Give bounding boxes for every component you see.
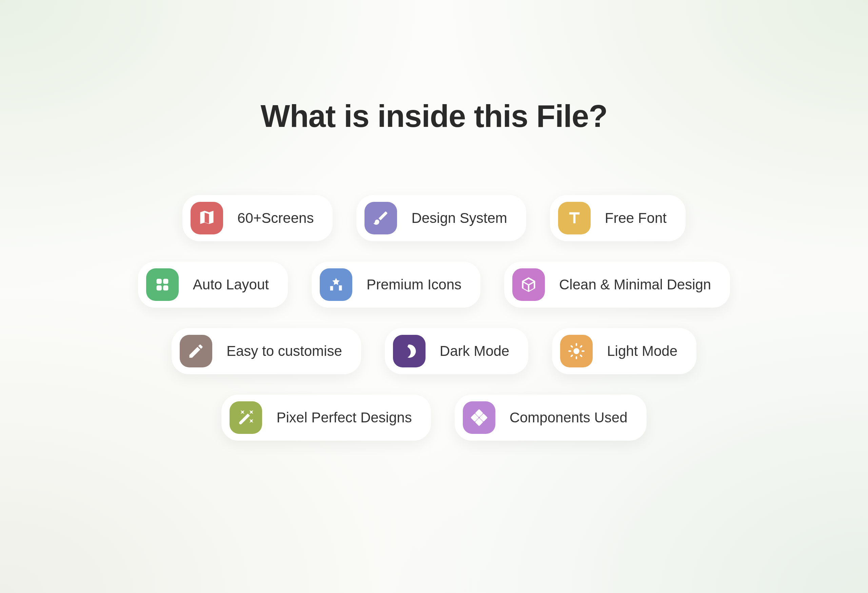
svg-rect-1 (163, 279, 168, 284)
feature-components: Components Used (455, 395, 647, 441)
feature-free-font: Free Font (550, 195, 686, 241)
grid-icon (146, 268, 179, 301)
feature-easy-customise: Easy to customise (171, 328, 361, 374)
cube-icon (512, 268, 545, 301)
feature-premium-icons: Premium Icons (311, 262, 480, 308)
edit-icon (180, 335, 212, 367)
text-icon (558, 202, 590, 234)
feature-light-mode: Light Mode (552, 328, 697, 374)
page-title: What is inside this File? (261, 98, 608, 134)
brush-icon (365, 202, 397, 234)
svg-point-4 (574, 348, 579, 354)
moon-icon (393, 335, 425, 367)
feature-row-1: 60+Screens Design System Free Font (182, 195, 686, 241)
feature-label: Clean & Minimal Design (559, 277, 711, 293)
feature-label: Pixel Perfect Designs (276, 410, 412, 426)
feature-row-4: Pixel Perfect Designs Components Used (221, 395, 646, 441)
feature-pixel-perfect: Pixel Perfect Designs (221, 395, 431, 441)
svg-rect-0 (156, 279, 161, 284)
feature-label: Easy to customise (226, 343, 342, 359)
feature-label: Light Mode (607, 343, 678, 359)
map-icon (190, 202, 223, 234)
feature-label: Design System (411, 210, 507, 226)
feature-label: 60+Screens (237, 210, 314, 226)
feature-clean-design: Clean & Minimal Design (504, 262, 730, 308)
feature-auto-layout: Auto Layout (138, 262, 288, 308)
feature-screens: 60+Screens (182, 195, 333, 241)
feature-dark-mode: Dark Mode (385, 328, 528, 374)
svg-line-12 (580, 346, 582, 347)
feature-row-3: Easy to customise Dark Mode Light Mode (171, 328, 697, 374)
svg-rect-3 (163, 285, 168, 290)
diamond-icon (463, 401, 495, 434)
feature-label: Dark Mode (440, 343, 509, 359)
features-container: 60+Screens Design System Free Font Auto … (138, 195, 730, 441)
magic-icon (230, 401, 262, 434)
feature-label: Components Used (509, 410, 627, 426)
sun-icon (560, 335, 593, 367)
feature-design-system: Design System (356, 195, 526, 241)
svg-line-11 (571, 355, 572, 356)
svg-line-8 (580, 355, 582, 356)
media-icon (320, 268, 352, 301)
feature-label: Free Font (605, 210, 667, 226)
feature-row-2: Auto Layout Premium Icons Clean & Minima… (138, 262, 730, 308)
svg-line-7 (571, 346, 572, 347)
feature-label: Auto Layout (193, 277, 269, 293)
feature-label: Premium Icons (366, 277, 462, 293)
svg-rect-2 (156, 285, 161, 290)
